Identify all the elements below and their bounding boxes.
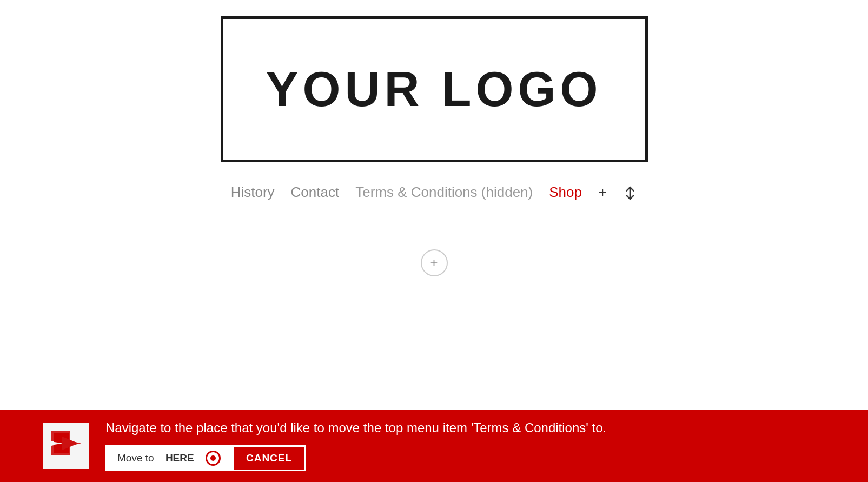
bottom-bar-actions: Move to HERE CANCEL xyxy=(105,445,606,471)
move-arrow-icon xyxy=(49,426,84,466)
bottom-bar-message: Navigate to the place that you'd like to… xyxy=(105,420,606,435)
cancel-button[interactable]: CANCEL xyxy=(233,445,306,471)
main-content: YOUR LOGO History Contact Terms & Condit… xyxy=(0,0,868,276)
nav-item-history[interactable]: History xyxy=(231,184,275,201)
nav-item-shop[interactable]: Shop xyxy=(549,184,582,201)
add-section-button[interactable]: + xyxy=(421,249,448,276)
add-section-icon: + xyxy=(430,255,438,270)
nav-item-contact[interactable]: Contact xyxy=(291,184,340,201)
bottom-bar: Navigate to the place that you'd like to… xyxy=(0,410,868,482)
logo-text: YOUR LOGO xyxy=(266,62,602,117)
move-to-here-button[interactable]: Move to HERE xyxy=(105,445,233,471)
bottom-bar-content: Navigate to the place that you'd like to… xyxy=(105,420,606,471)
nav-bar: History Contact Terms & Conditions (hidd… xyxy=(231,184,638,201)
nav-add-button[interactable]: + xyxy=(598,185,607,200)
move-to-here-label: HERE xyxy=(165,452,194,464)
nav-sort-button[interactable] xyxy=(623,184,637,201)
move-to-label: Move to xyxy=(117,452,154,464)
bottom-bar-icon-container xyxy=(43,423,89,469)
logo-container: YOUR LOGO xyxy=(221,16,648,162)
target-icon xyxy=(206,451,221,466)
nav-item-terms[interactable]: Terms & Conditions (hidden) xyxy=(355,184,533,201)
